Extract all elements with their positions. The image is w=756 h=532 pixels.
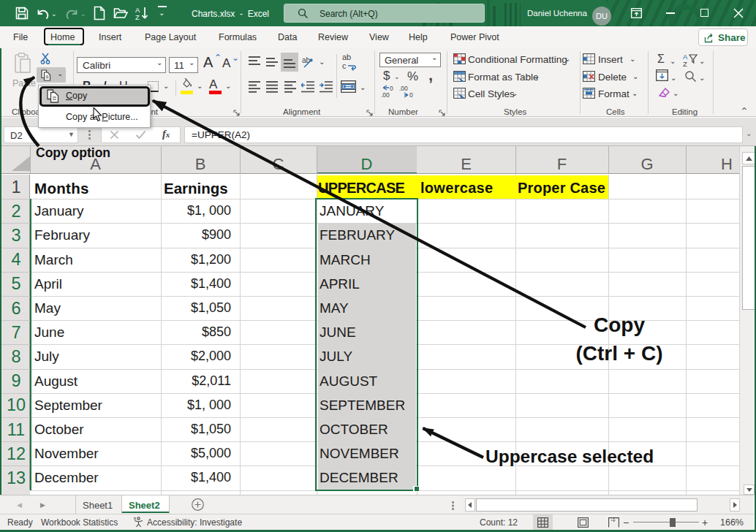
svg-text:0: 0 [409,91,413,98]
svg-text:c: c [342,61,347,70]
svg-text:A: A [135,6,140,14]
svg-text:.00: .00 [381,91,390,98]
svg-text:ab: ab [302,56,311,64]
svg-text:Z: Z [135,13,140,20]
svg-text:ab: ab [342,53,351,61]
svg-text:Z: Z [683,60,687,67]
svg-text:0: 0 [390,85,393,92]
svg-text:.00: .00 [399,85,408,92]
